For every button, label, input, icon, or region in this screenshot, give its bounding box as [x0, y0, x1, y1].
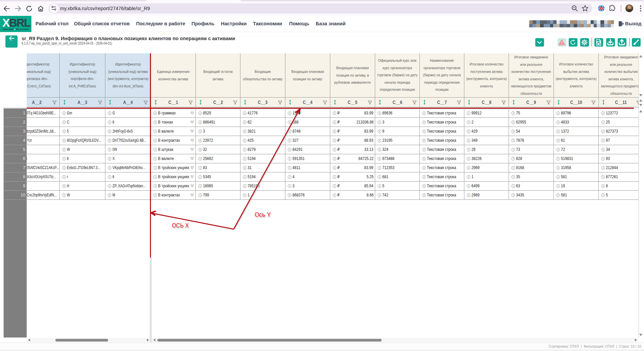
- svg-text:T: T: [600, 7, 602, 10]
